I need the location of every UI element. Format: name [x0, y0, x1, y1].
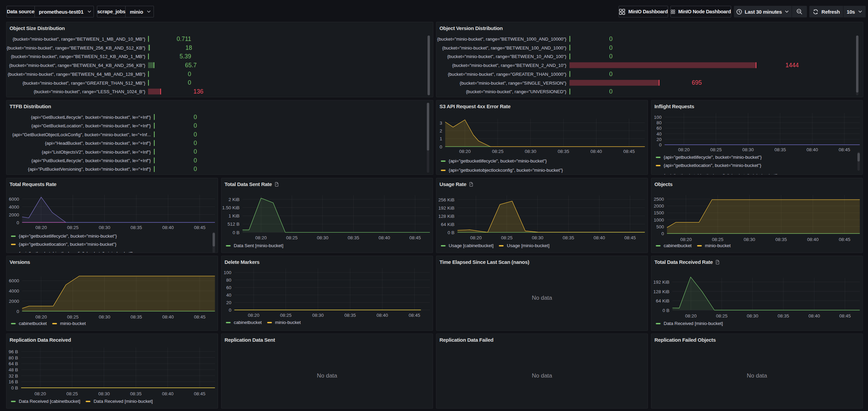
svg-text:08:25: 08:25 [286, 235, 298, 240]
svg-text:0: 0 [193, 148, 197, 155]
svg-text:08:40: 08:40 [807, 147, 818, 152]
svg-text:08:25: 08:25 [67, 314, 79, 320]
svg-text:64 KiB: 64 KiB [441, 222, 454, 227]
svg-text:08:45: 08:45 [194, 314, 205, 320]
svg-text:0: 0 [609, 71, 612, 77]
svg-text:1.50 KiB: 1.50 KiB [222, 205, 240, 210]
svg-text:08:45: 08:45 [623, 149, 635, 154]
svg-text:08:35: 08:35 [130, 391, 142, 396]
svg-text:0: 0 [188, 71, 191, 77]
svg-text:128 KiB: 128 KiB [438, 214, 454, 219]
svg-text:6000: 6000 [9, 278, 19, 283]
svg-text:0: 0 [16, 309, 19, 314]
svg-text:2000: 2000 [9, 299, 19, 304]
svg-text:64 B: 64 B [9, 361, 18, 366]
svg-text:{bucket="minio-bucket", range=: {bucket="minio-bucket", range="BETWEEN_1… [442, 45, 567, 51]
svg-text:0: 0 [193, 131, 197, 138]
svg-text:2000: 2000 [654, 203, 664, 209]
svg-text:0 B: 0 B [663, 308, 669, 313]
svg-text:{bucket="minio-bucket", range=: {bucket="minio-bucket", range="BETWEEN_1… [447, 54, 567, 59]
svg-text:08:25: 08:25 [712, 237, 724, 242]
svg-text:08:35: 08:35 [558, 149, 569, 154]
svg-text:2 KiB: 2 KiB [229, 197, 240, 202]
svg-text:08:45: 08:45 [624, 235, 636, 240]
svg-text:{bucket="minio-bucket", range=: {bucket="minio-bucket", range="BETWEEN_1… [437, 37, 566, 42]
svg-text:{bucket="minio-bucket", range=: {bucket="minio-bucket", range="SINGLE_VE… [460, 81, 566, 86]
svg-text:0 B: 0 B [11, 385, 18, 391]
svg-text:08:20: 08:20 [459, 149, 471, 154]
svg-text:08:40: 08:40 [593, 235, 605, 240]
svg-text:60: 60 [656, 126, 662, 131]
svg-text:08:20: 08:20 [35, 225, 47, 230]
svg-text:08:30: 08:30 [98, 391, 110, 396]
svg-text:1500: 1500 [654, 210, 664, 215]
svg-text:08:20: 08:20 [255, 235, 267, 240]
svg-text:1000: 1000 [654, 217, 664, 223]
svg-text:08:45: 08:45 [409, 313, 420, 318]
svg-text:08:40: 08:40 [162, 391, 174, 396]
svg-text:5.39: 5.39 [179, 53, 191, 60]
svg-text:4000: 4000 [9, 204, 19, 210]
svg-text:0: 0 [229, 308, 231, 313]
svg-text:08:45: 08:45 [839, 147, 850, 152]
svg-text:128 KiB: 128 KiB [653, 289, 669, 294]
svg-text:08:25: 08:25 [67, 225, 79, 230]
svg-text:08:35: 08:35 [776, 237, 787, 242]
svg-text:32 B: 32 B [9, 373, 18, 379]
svg-text:16 B: 16 B [9, 379, 18, 384]
svg-text:1444: 1444 [785, 62, 799, 69]
svg-text:20: 20 [226, 300, 231, 305]
svg-text:{bucket="minio-bucket", range=: {bucket="minio-bucket", range="GREATER_T… [23, 81, 146, 86]
svg-text:60: 60 [226, 285, 231, 290]
svg-text:08:20: 08:20 [685, 313, 697, 318]
svg-text:08:25: 08:25 [710, 147, 722, 152]
svg-text:08:30: 08:30 [532, 235, 544, 240]
svg-text:80 B: 80 B [9, 355, 18, 360]
svg-text:08:25: 08:25 [66, 391, 78, 396]
svg-text:08:30: 08:30 [99, 225, 111, 230]
svg-text:0 B: 0 B [448, 230, 454, 235]
svg-text:0: 0 [193, 166, 197, 172]
svg-text:100: 100 [654, 115, 662, 120]
svg-text:18: 18 [186, 44, 192, 51]
svg-text:08:30: 08:30 [317, 235, 329, 240]
svg-text:08:30: 08:30 [742, 147, 754, 152]
svg-text:08:40: 08:40 [162, 225, 174, 230]
svg-text:08:45: 08:45 [194, 391, 205, 396]
svg-text:0: 0 [193, 140, 197, 146]
svg-text:1 KiB: 1 KiB [229, 213, 240, 218]
svg-text:695: 695 [692, 79, 702, 86]
svg-text:0: 0 [193, 157, 197, 164]
svg-text:{api="ListObjectsV2", bucket=": {api="ListObjectsV2", bucket="minio-buck… [42, 150, 151, 155]
svg-text:08:25: 08:25 [280, 313, 292, 318]
svg-text:08:35: 08:35 [778, 313, 789, 318]
svg-text:08:35: 08:35 [348, 235, 359, 240]
svg-text:500: 500 [656, 224, 664, 229]
svg-text:{api="GetBucketObjectLockConfi: {api="GetBucketObjectLockConfig", bucket… [12, 132, 151, 137]
svg-text:64 KiB: 64 KiB [656, 298, 669, 303]
svg-text:08:20: 08:20 [248, 313, 260, 318]
svg-text:08:40: 08:40 [591, 149, 602, 154]
svg-text:{bucket="minio-bucket", range=: {bucket="minio-bucket", range="UNVERSION… [466, 89, 567, 94]
svg-text:2: 2 [439, 128, 442, 133]
svg-text:{bucket="minio-bucket", range=: {bucket="minio-bucket", range="BETWEEN_1… [13, 37, 145, 42]
svg-text:0: 0 [659, 142, 662, 147]
svg-text:100: 100 [223, 270, 231, 275]
svg-text:256 KiB: 256 KiB [438, 197, 454, 202]
svg-text:2500: 2500 [654, 197, 664, 202]
svg-text:2000: 2000 [9, 212, 19, 217]
svg-text:08:40: 08:40 [808, 313, 820, 318]
svg-text:{bucket="minio-bucket", range=: {bucket="minio-bucket", range="BETWEEN_2… [6, 45, 145, 51]
svg-text:20: 20 [656, 137, 662, 142]
svg-text:{api="GetBucketLifecycle", buc: {api="GetBucketLifecycle", bucket="minio… [31, 115, 151, 120]
svg-text:0: 0 [661, 231, 664, 236]
svg-text:08:30: 08:30 [99, 314, 111, 320]
svg-text:08:30: 08:30 [747, 313, 758, 318]
svg-text:0: 0 [193, 122, 197, 129]
svg-text:08:45: 08:45 [839, 313, 851, 318]
svg-text:{bucket="minio-bucket", range=: {bucket="minio-bucket", range="GREATER_T… [448, 72, 566, 77]
svg-text:0.711: 0.711 [177, 36, 191, 42]
svg-text:08:35: 08:35 [131, 225, 142, 230]
svg-text:0: 0 [188, 79, 191, 86]
svg-text:08:45: 08:45 [409, 235, 421, 240]
